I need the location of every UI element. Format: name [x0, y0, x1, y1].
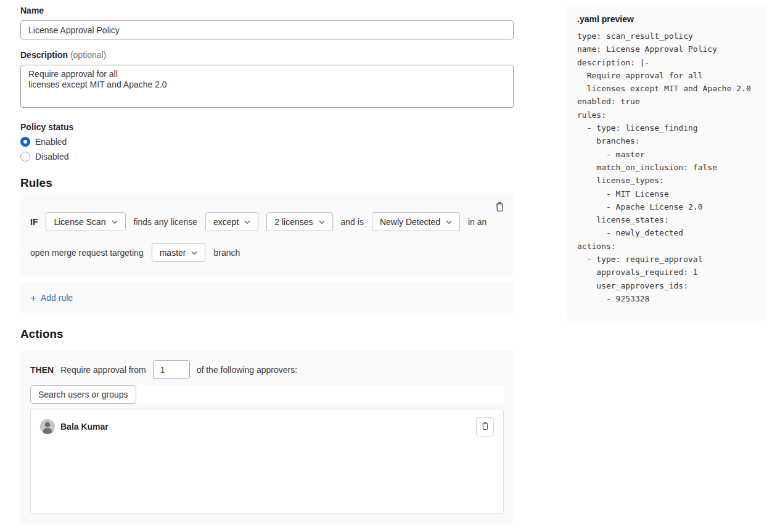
yaml-preview-title: .yaml preview [577, 14, 757, 24]
policy-description-textarea[interactable]: Require approval for all licenses except… [20, 65, 514, 108]
selected-approvers-list: Bala Kumar [30, 409, 504, 514]
radio-enabled-icon[interactable] [20, 137, 30, 147]
description-label: Description (optional) [20, 50, 514, 60]
scanner-dropdown[interactable]: License Scan [46, 212, 125, 231]
following-approvers-text: of the following approvers: [197, 365, 297, 375]
search-users-groups-button[interactable]: Search users or groups [30, 385, 136, 404]
chevron-down-icon [191, 251, 197, 255]
delete-rule-button[interactable] [495, 202, 505, 214]
radio-disabled-label: Disabled [35, 152, 68, 162]
rule-condition-row: IF License Scan finds any license except… [30, 212, 504, 231]
branch-text: branch [213, 248, 240, 258]
add-rule-button[interactable]: + Add rule [30, 293, 73, 303]
radio-disabled-icon[interactable] [20, 152, 30, 162]
actions-heading: Actions [20, 327, 514, 341]
approver-search-row: Search users or groups [30, 385, 504, 404]
name-label: Name [20, 6, 514, 16]
rule-card: IF License Scan finds any license except… [20, 193, 514, 276]
chevron-down-icon [319, 220, 325, 224]
match-mode-dropdown[interactable]: except [205, 212, 258, 231]
and-is-text: and is [341, 217, 364, 227]
license-state-dropdown[interactable]: Newly Detected [372, 212, 460, 231]
targeting-text: open merge request targeting [30, 248, 144, 258]
action-card: THEN Require approval from of the follow… [20, 350, 514, 524]
radio-enabled-label: Enabled [35, 137, 67, 147]
license-count-dropdown[interactable]: 2 licenses [266, 212, 332, 231]
yaml-preview-code: type: scan_result_policy name: License A… [577, 30, 757, 305]
radio-option-disabled[interactable]: Disabled [20, 152, 514, 162]
approver-list-item: Bala Kumar [40, 419, 109, 434]
approvals-required-input[interactable] [153, 360, 190, 379]
optional-hint: (optional) [70, 50, 106, 60]
in-an-text: in an [468, 217, 486, 227]
chevron-down-icon [112, 220, 118, 224]
finds-license-text: finds any license [134, 217, 198, 227]
policy-editor-form: Name Description (optional) Require appr… [20, 6, 514, 524]
trash-icon [481, 422, 490, 432]
require-approval-text: Require approval from [60, 365, 146, 375]
avatar [40, 419, 55, 434]
plus-icon: + [30, 293, 36, 303]
rules-heading: Rules [20, 176, 514, 190]
yaml-preview-panel: .yaml preview type: scan_result_policy n… [567, 5, 766, 321]
if-keyword: IF [30, 217, 38, 227]
policy-status-label: Policy status [20, 122, 514, 133]
chevron-down-icon [244, 220, 250, 224]
radio-option-enabled[interactable]: Enabled [20, 137, 514, 147]
then-keyword: THEN [30, 365, 54, 375]
chevron-down-icon [446, 220, 452, 224]
approver-name: Bala Kumar [60, 422, 109, 432]
add-rule-card: + Add rule [20, 282, 514, 313]
rule-branch-row: open merge request targeting master bran… [30, 243, 504, 262]
remove-approver-button[interactable] [476, 417, 494, 436]
branch-dropdown[interactable]: master [152, 243, 206, 262]
add-rule-label: Add rule [41, 293, 73, 303]
action-approval-row: THEN Require approval from of the follow… [30, 360, 504, 379]
policy-name-input[interactable] [20, 20, 514, 39]
trash-icon [495, 202, 505, 214]
